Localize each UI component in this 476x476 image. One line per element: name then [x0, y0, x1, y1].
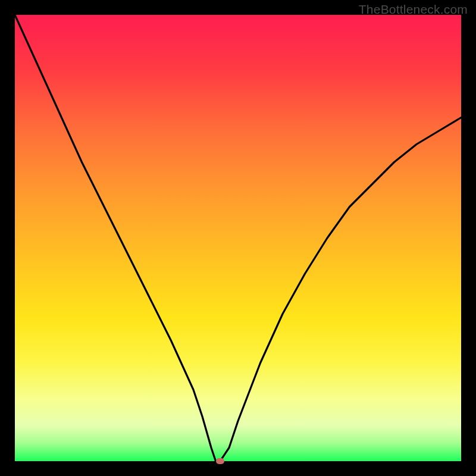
plot-area	[15, 15, 461, 461]
optimal-point-marker	[216, 458, 224, 464]
watermark-text: TheBottleneck.com	[359, 2, 468, 17]
bottleneck-curve	[15, 15, 461, 461]
